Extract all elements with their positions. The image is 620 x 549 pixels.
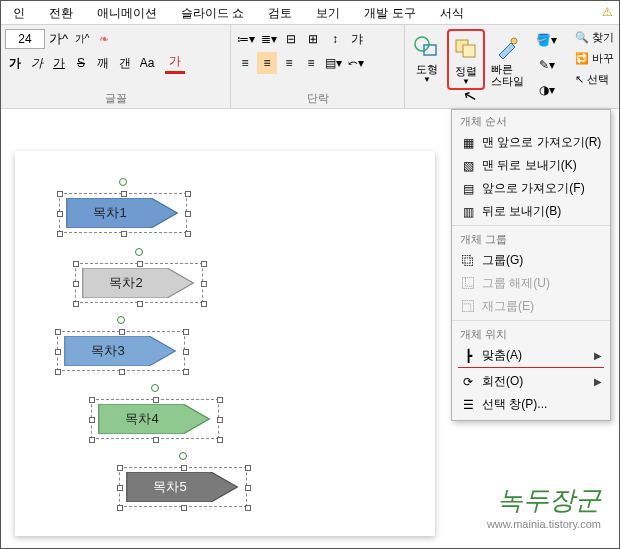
bold-button[interactable]: 가 [5,52,25,74]
numbering-button[interactable]: ≣▾ [259,28,279,50]
selection-pane-item[interactable]: ☰ 선택 창(P)... [452,393,610,416]
find-button[interactable]: 🔍찾기 [571,27,619,48]
shape-outline-button[interactable]: ✎▾ [534,54,559,76]
arrange-icon [453,33,479,65]
bring-to-front-icon: ▦ [460,135,476,151]
rotate-item[interactable]: ⟳ 회전(O) ▶ [452,370,610,393]
paragraph-group-label: 단락 [235,89,400,108]
align-icon: ┣ [460,348,476,364]
bring-to-front-item[interactable]: ▦ 맨 앞으로 가져오기(R) [452,131,610,154]
editing-tools: 🔍찾기 🔁바꾸 ↖선택 [571,27,619,90]
arrange-button[interactable]: 정렬 ▼ [447,29,485,90]
send-to-back-item[interactable]: ▧ 맨 뒤로 보내기(K) [452,154,610,177]
tab-5[interactable]: 보기 [304,1,352,24]
dd-section-group: 개체 그룹 [452,228,610,249]
align-item[interactable]: ┣ 맞춤(A) ▶ [452,344,610,367]
bring-forward-item[interactable]: ▤ 앞으로 가져오기(F) [452,177,610,200]
svg-point-4 [511,38,517,44]
align-left-button[interactable]: ≡ [235,52,255,74]
rotate-icon: ⟳ [460,374,476,390]
watermark: 녹두장군 www.mainia.tistory.com [487,483,601,530]
regroup-item: ⿹ 재그룹(E) [452,295,610,318]
case-button[interactable]: Aa [137,52,157,74]
shape-4[interactable]: 목차4 [91,399,219,439]
align-center-button[interactable]: ≡ [257,52,277,74]
menu-bar: 인 전환 애니메이션 슬라이드 쇼 검토 보기 개발 도구 서식 ⚠ [1,1,619,25]
indent-dec-button[interactable]: ⊟ [281,28,301,50]
shape-fill-button[interactable]: 🪣▾ [534,29,559,51]
replace-button[interactable]: 🔁바꾸 [571,48,619,69]
shape-1[interactable]: 목차1 [59,193,187,233]
warning-icon: ⚠ [596,1,619,24]
italic-button[interactable]: 가 [27,52,47,74]
submenu-arrow-icon: ▶ [594,350,602,361]
dd-section-order: 개체 순서 [452,110,610,131]
selection-pane-icon: ☰ [460,397,476,413]
clear-format-button[interactable]: ❧ [94,28,114,50]
shape-effects-button[interactable]: ◑▾ [534,79,559,101]
group-icon: ⿻ [460,253,476,269]
bullets-button[interactable]: ≔▾ [235,28,257,50]
tab-3[interactable]: 슬라이드 쇼 [169,1,256,24]
convert-button[interactable]: ⤺▾ [346,52,366,74]
tab-0[interactable]: 인 [1,1,37,24]
select-cursor-icon: ↖ [575,73,584,86]
paragraph-group: ≔▾ ≣▾ ⊟ ⊞ ↕ 갸 ≡ ≡ ≡ ≡ ▤▾ ⤺▾ 단락 [231,25,405,108]
quick-styles-button[interactable]: 빠른 스타일 [487,29,528,89]
find-icon: 🔍 [575,31,589,44]
ribbon: 가^ 가^ ❧ 가 가 가 S 깨 갠 Aa 가 글꼴 ≔▾ ≣▾ ⊟ ⊞ ↕ … [1,25,619,109]
font-size-input[interactable] [5,29,45,49]
highlight-underline [458,367,604,368]
justify-button[interactable]: ≡ [301,52,321,74]
shrink-font-button[interactable]: 가^ [72,28,92,50]
replace-icon: 🔁 [575,52,589,65]
font-color-button[interactable]: 가 [165,52,185,74]
tab-7[interactable]: 서식 [428,1,476,24]
columns-button[interactable]: ▤▾ [323,52,344,74]
tab-2[interactable]: 애니메이션 [85,1,169,24]
align-right-button[interactable]: ≡ [279,52,299,74]
slide-canvas[interactable]: 목차1 목차2 목차3 목차4 목차5 [15,151,435,536]
shape-5[interactable]: 목차5 [119,467,247,507]
submenu-arrow-icon: ▶ [594,376,602,387]
regroup-icon: ⿹ [460,299,476,315]
send-to-back-icon: ▧ [460,158,476,174]
indent-inc-button[interactable]: ⊞ [303,28,323,50]
font-group: 가^ 가^ ❧ 가 가 가 S 깨 갠 Aa 가 글꼴 [1,25,231,108]
tab-4[interactable]: 검토 [256,1,304,24]
underline-button[interactable]: 가 [49,52,69,74]
spacing-button[interactable]: 갠 [115,52,135,74]
text-direction-button[interactable]: 갸 [347,28,367,50]
shadow-button[interactable]: 깨 [93,52,113,74]
line-spacing-button[interactable]: ↕ [325,28,345,50]
shapes-icon [413,31,441,63]
shapes-button[interactable]: 도형 ▼ [409,29,445,86]
dd-section-position: 개체 위치 [452,323,610,344]
shape-3[interactable]: 목차3 [57,331,185,371]
bring-forward-icon: ▤ [460,181,476,197]
font-group-label: 글꼴 [5,89,226,108]
send-backward-item[interactable]: ▥ 뒤로 보내기(B) [452,200,610,223]
svg-point-0 [415,37,429,51]
grow-font-button[interactable]: 가^ [47,28,70,50]
tab-6[interactable]: 개발 도구 [352,1,427,24]
group-item[interactable]: ⿻ 그룹(G) [452,249,610,272]
send-backward-icon: ▥ [460,204,476,220]
select-button[interactable]: ↖선택 [571,69,619,90]
ungroup-icon: ⿺ [460,276,476,292]
tab-1[interactable]: 전환 [37,1,85,24]
svg-rect-3 [463,45,475,57]
arrange-dropdown: 개체 순서 ▦ 맨 앞으로 가져오기(R) ▧ 맨 뒤로 보내기(K) ▤ 앞으… [451,109,611,421]
quick-styles-icon [495,31,521,63]
ungroup-item: ⿺ 그룹 해제(U) [452,272,610,295]
strike-button[interactable]: S [71,52,91,74]
shape-2[interactable]: 목차2 [75,263,203,303]
